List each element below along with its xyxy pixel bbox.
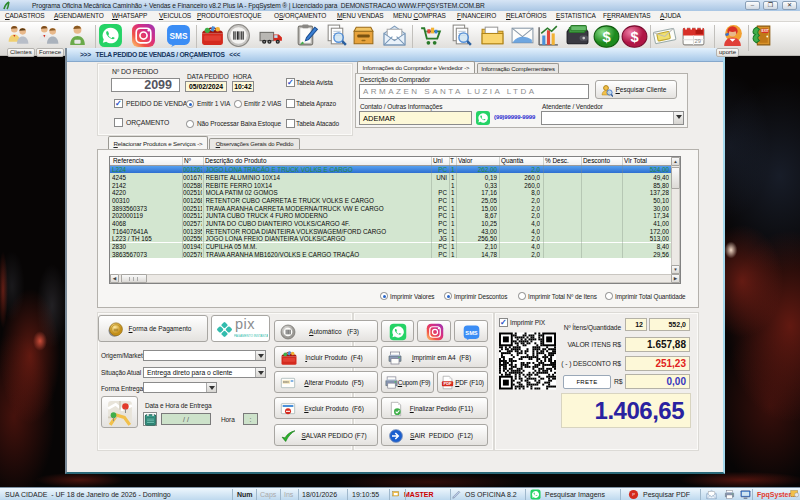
svg-text:PDF: PDF: [443, 381, 452, 386]
svg-text:$: $: [602, 29, 610, 45]
svg-text:$: $: [630, 29, 638, 45]
svg-text:SMS: SMS: [169, 31, 187, 41]
svg-text:P: P: [632, 492, 635, 497]
svg-text:SMS: SMS: [465, 330, 477, 336]
svg-text:29: 29: [694, 38, 700, 44]
svg-text:EXIT: EXIT: [761, 29, 768, 33]
